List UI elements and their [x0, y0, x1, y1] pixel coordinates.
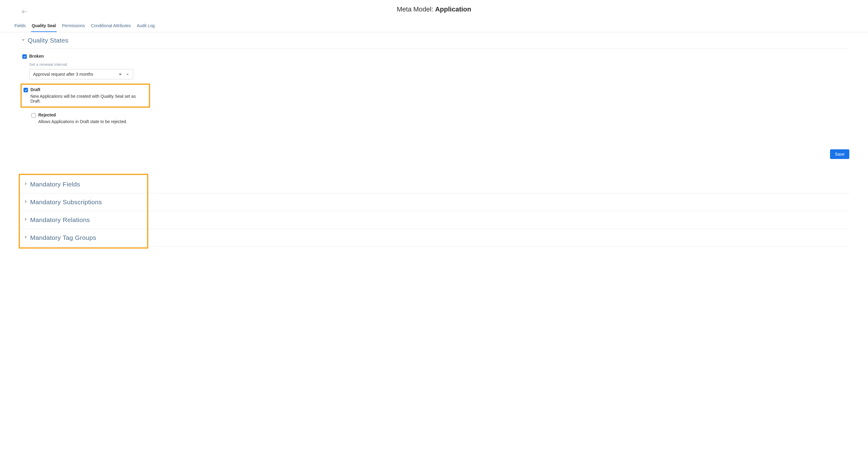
chevron-right-icon	[24, 182, 28, 187]
tab-bar: Fields Quality Seal Permissions Conditio…	[0, 21, 868, 32]
rejected-content: Rejected Allows Applications in Draft st…	[38, 113, 846, 124]
main-content: Quality States Broken Set a renewal inte…	[0, 32, 868, 259]
section-quality-states: Quality States	[19, 32, 849, 49]
section-header-mandatory-fields[interactable]: Mandatory Fields	[19, 176, 849, 193]
section-header-quality-states[interactable]: Quality States	[19, 32, 849, 49]
section-header-mandatory-subscriptions[interactable]: Mandatory Subscriptions	[19, 194, 849, 211]
page-title-prefix: Meta Model:	[397, 5, 435, 13]
section-header-mandatory-relations[interactable]: Mandatory Relations	[19, 211, 849, 229]
draft-description: New Applications will be created with Qu…	[30, 94, 147, 104]
section-mandatory-tag-groups: Mandatory Tag Groups	[19, 229, 849, 247]
chevron-right-icon	[24, 199, 28, 205]
section-mandatory-relations: Mandatory Relations	[19, 211, 849, 229]
broken-content: Broken Set a renewal interval Approval r…	[29, 54, 846, 79]
save-row: Save	[19, 149, 849, 159]
broken-label: Broken	[29, 54, 846, 59]
clear-icon[interactable]	[117, 72, 124, 76]
rejected-description: Allows Applications in Draft state to be…	[38, 119, 846, 124]
renewal-interval-value: Approval request after 3 months	[30, 72, 117, 77]
broken-sublabel: Set a renewal interval	[29, 62, 846, 67]
renewal-interval-select[interactable]: Approval request after 3 months	[29, 69, 133, 79]
quality-states-body: Broken Set a renewal interval Approval r…	[19, 49, 849, 134]
section-mandatory-fields: Mandatory Fields	[19, 176, 849, 194]
broken-checkbox[interactable]	[22, 54, 27, 59]
tab-fields[interactable]: Fields	[14, 21, 26, 32]
broken-row: Broken Set a renewal interval Approval r…	[19, 52, 849, 81]
draft-checkbox[interactable]	[24, 88, 28, 92]
tab-conditional-attributes[interactable]: Conditional Attributes	[90, 21, 131, 32]
section-title-mandatory-tag-groups: Mandatory Tag Groups	[30, 234, 96, 241]
page-header: Meta Model: Application Fields Quality S…	[0, 0, 868, 32]
page-title: Meta Model: Application	[0, 5, 868, 16]
rejected-row: Rejected Allows Applications in Draft st…	[19, 111, 849, 125]
section-mandatory-subscriptions: Mandatory Subscriptions	[19, 194, 849, 211]
section-title-mandatory-fields: Mandatory Fields	[30, 181, 80, 188]
chevron-down-icon	[124, 72, 133, 76]
draft-label: Draft	[30, 87, 147, 92]
tab-audit-log[interactable]: Audit Log	[136, 21, 155, 32]
section-title-quality-states: Quality States	[28, 37, 68, 44]
mandatory-sections-wrapper: Mandatory Fields Mandatory Subscriptions	[19, 176, 849, 247]
chevron-down-icon	[21, 38, 25, 43]
rejected-checkbox[interactable]	[31, 113, 36, 118]
draft-row: Draft New Applications will be created w…	[24, 87, 147, 104]
section-title-mandatory-subscriptions: Mandatory Subscriptions	[30, 199, 102, 206]
save-button[interactable]: Save	[830, 149, 849, 159]
tab-quality-seal[interactable]: Quality Seal	[31, 21, 56, 32]
tab-permissions[interactable]: Permissions	[61, 21, 86, 32]
draft-highlight-box: Draft New Applications will be created w…	[21, 84, 150, 108]
back-arrow-icon[interactable]	[21, 8, 28, 16]
chevron-right-icon	[24, 235, 28, 240]
section-title-mandatory-relations: Mandatory Relations	[30, 216, 90, 224]
section-header-mandatory-tag-groups[interactable]: Mandatory Tag Groups	[19, 229, 849, 246]
page-title-name: Application	[435, 5, 471, 13]
chevron-right-icon	[24, 217, 28, 223]
draft-content: Draft New Applications will be created w…	[30, 87, 147, 104]
rejected-label: Rejected	[38, 113, 846, 117]
